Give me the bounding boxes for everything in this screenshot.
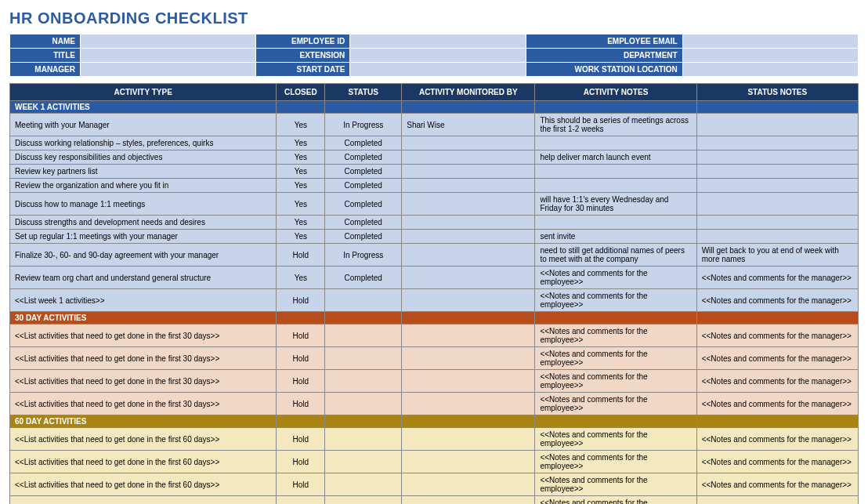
cell-closed[interactable]: Hold: [277, 325, 325, 347]
cell-status[interactable]: Completed: [325, 150, 402, 165]
cell-activity-notes[interactable]: This should be a series of meetings acro…: [535, 114, 696, 136]
info-value[interactable]: [350, 63, 526, 77]
cell-status-notes[interactable]: [696, 165, 858, 179]
cell-status-notes[interactable]: [696, 114, 858, 136]
cell-status-notes[interactable]: <<Notes and comments for the manager>>: [696, 347, 858, 370]
cell-closed[interactable]: Yes: [277, 136, 325, 150]
cell-activity-notes[interactable]: <<Notes and comments for the employee>>: [535, 393, 696, 415]
cell-closed[interactable]: Yes: [277, 150, 325, 165]
cell-monitored[interactable]: [402, 165, 535, 179]
cell-status-notes[interactable]: <<Notes and comments for the manager>>: [696, 393, 858, 415]
cell-closed[interactable]: Hold: [277, 473, 325, 496]
cell-activity-notes[interactable]: <<Notes and comments for the employee>>: [535, 428, 696, 451]
cell-activity[interactable]: Review the organization and where you fi…: [10, 179, 277, 193]
cell-activity-notes[interactable]: help deliver march launch event: [535, 150, 696, 165]
cell-closed[interactable]: Hold: [277, 347, 325, 370]
cell-status-notes[interactable]: [696, 230, 858, 244]
cell-activity[interactable]: Finalize 30-, 60- and 90-day agreement w…: [10, 244, 277, 267]
cell-activity-notes[interactable]: [535, 216, 696, 230]
cell-monitored[interactable]: [402, 496, 535, 505]
cell-status-notes[interactable]: <<Notes and comments for the manager>>: [696, 496, 858, 505]
cell-closed[interactable]: Hold: [277, 451, 325, 473]
cell-status[interactable]: [325, 370, 402, 393]
cell-status[interactable]: In Progress: [325, 114, 402, 136]
cell-monitored[interactable]: [402, 216, 535, 230]
cell-status[interactable]: [325, 496, 402, 505]
cell-closed[interactable]: Yes: [277, 114, 325, 136]
cell-activity[interactable]: Discuss key responsibilities and objecti…: [10, 150, 277, 165]
cell-monitored[interactable]: [402, 473, 535, 496]
cell-monitored[interactable]: [402, 347, 535, 370]
cell-closed[interactable]: Hold: [277, 370, 325, 393]
info-value[interactable]: [682, 34, 858, 49]
cell-monitored[interactable]: Shari Wise: [402, 114, 535, 136]
cell-status[interactable]: In Progress: [325, 244, 402, 267]
cell-activity[interactable]: <<List activities that need to get done …: [10, 370, 277, 393]
cell-closed[interactable]: Hold: [277, 289, 325, 312]
cell-closed[interactable]: Yes: [277, 179, 325, 193]
cell-status-notes[interactable]: [696, 216, 858, 230]
cell-status-notes[interactable]: <<Notes and comments for the manager>>: [696, 428, 858, 451]
cell-monitored[interactable]: [402, 370, 535, 393]
cell-status[interactable]: [325, 473, 402, 496]
info-value[interactable]: [81, 49, 256, 63]
cell-status-notes[interactable]: <<Notes and comments for the manager>>: [696, 325, 858, 347]
cell-activity-notes[interactable]: <<Notes and comments for the employee>>: [535, 325, 696, 347]
cell-status[interactable]: Completed: [325, 216, 402, 230]
cell-status[interactable]: Completed: [325, 136, 402, 150]
cell-status[interactable]: Completed: [325, 193, 402, 216]
cell-activity[interactable]: <<List activities that need to get done …: [10, 347, 277, 370]
cell-monitored[interactable]: [402, 325, 535, 347]
cell-closed[interactable]: Yes: [277, 193, 325, 216]
cell-activity[interactable]: <<List activities that need to get done …: [10, 451, 277, 473]
cell-status[interactable]: Completed: [325, 267, 402, 289]
cell-status-notes[interactable]: <<Notes and comments for the manager>>: [696, 451, 858, 473]
info-value[interactable]: [350, 49, 526, 63]
info-value[interactable]: [682, 49, 858, 63]
cell-activity[interactable]: Discuss strengths and development needs …: [10, 216, 277, 230]
cell-closed[interactable]: Yes: [277, 216, 325, 230]
cell-status[interactable]: Completed: [325, 230, 402, 244]
cell-monitored[interactable]: [402, 244, 535, 267]
cell-monitored[interactable]: [402, 136, 535, 150]
cell-status[interactable]: Completed: [325, 165, 402, 179]
cell-status[interactable]: [325, 393, 402, 415]
info-value[interactable]: [81, 34, 256, 49]
cell-closed[interactable]: Hold: [277, 428, 325, 451]
cell-monitored[interactable]: [402, 393, 535, 415]
cell-status-notes[interactable]: <<Notes and comments for the manager>>: [696, 289, 858, 312]
cell-activity[interactable]: <<List activities that need to get done …: [10, 496, 277, 505]
cell-monitored[interactable]: [402, 267, 535, 289]
cell-monitored[interactable]: [402, 428, 535, 451]
cell-status[interactable]: [325, 428, 402, 451]
info-value[interactable]: [81, 63, 256, 77]
cell-closed[interactable]: Hold: [277, 393, 325, 415]
cell-status-notes[interactable]: <<Notes and comments for the manager>>: [696, 473, 858, 496]
cell-status[interactable]: [325, 325, 402, 347]
cell-activity[interactable]: Set up regular 1:1 meetings with your ma…: [10, 230, 277, 244]
cell-status[interactable]: [325, 289, 402, 312]
cell-activity-notes[interactable]: <<Notes and comments for the employee>>: [535, 347, 696, 370]
cell-activity-notes[interactable]: <<Notes and comments for the employee>>: [535, 496, 696, 505]
cell-activity-notes[interactable]: <<Notes and comments for the employee>>: [535, 451, 696, 473]
cell-closed[interactable]: Hold: [277, 496, 325, 505]
cell-status-notes[interactable]: [696, 150, 858, 165]
cell-closed[interactable]: Yes: [277, 267, 325, 289]
cell-monitored[interactable]: [402, 289, 535, 312]
cell-activity-notes[interactable]: [535, 136, 696, 150]
cell-status-notes[interactable]: [696, 179, 858, 193]
info-value[interactable]: [350, 34, 526, 49]
cell-activity[interactable]: <<List activities that need to get done …: [10, 393, 277, 415]
cell-activity-notes[interactable]: need to still get additional names of pe…: [535, 244, 696, 267]
cell-activity-notes[interactable]: sent invite: [535, 230, 696, 244]
cell-activity[interactable]: Discuss working relationship – styles, p…: [10, 136, 277, 150]
cell-activity-notes[interactable]: <<Notes and comments for the employee>>: [535, 473, 696, 496]
cell-status[interactable]: [325, 347, 402, 370]
cell-closed[interactable]: Yes: [277, 230, 325, 244]
cell-activity-notes[interactable]: <<Notes and comments for the employee>>: [535, 370, 696, 393]
cell-status[interactable]: Completed: [325, 179, 402, 193]
cell-status-notes[interactable]: Will get back to you at end of week with…: [696, 244, 858, 267]
cell-monitored[interactable]: [402, 179, 535, 193]
cell-status-notes[interactable]: [696, 136, 858, 150]
cell-monitored[interactable]: [402, 451, 535, 473]
